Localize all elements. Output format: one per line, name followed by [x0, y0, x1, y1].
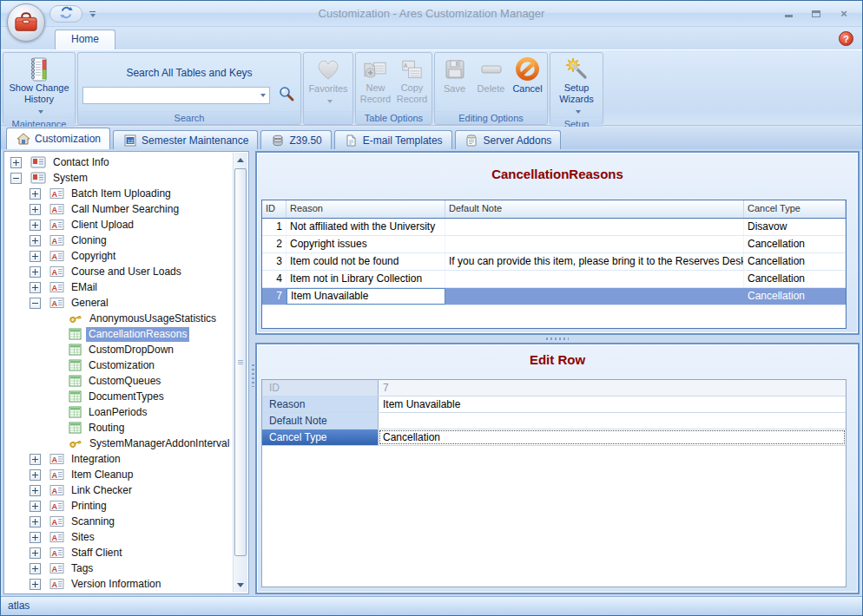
expander-plus-icon[interactable]: [30, 516, 41, 528]
scrollbar-thumb[interactable]: [234, 168, 247, 556]
scroll-down-button[interactable]: [234, 578, 247, 593]
search-go-button[interactable]: [276, 86, 297, 105]
cell-reason[interactable]: Not affiliated with the University: [287, 219, 445, 235]
expander-plus-icon[interactable]: [30, 547, 41, 559]
cell-reason[interactable]: Item not in Library Collection: [287, 271, 445, 287]
maximize-button[interactable]: [805, 6, 827, 21]
tree-item-systemmanageraddoninterval[interactable]: SystemManagerAddonInterval: [5, 436, 233, 451]
tree-item-customization[interactable]: Customization: [5, 357, 233, 373]
column-header-id[interactable]: ID: [262, 200, 287, 218]
cell-reason[interactable]: Item Unavailable: [287, 288, 445, 305]
application-orb-button[interactable]: [7, 3, 45, 42]
minimize-button[interactable]: [777, 6, 800, 21]
cell-reason[interactable]: Item could not be found: [287, 253, 445, 270]
table-row[interactable]: 3Item could not be foundIf you can provi…: [262, 253, 846, 271]
cell-id[interactable]: 2: [262, 236, 287, 252]
tree-item-sites[interactable]: ASites: [5, 529, 233, 545]
cell-default-note[interactable]: [445, 288, 744, 305]
expander-plus-icon[interactable]: [10, 157, 22, 168]
tree-item-version-information[interactable]: AVersion Information: [5, 576, 233, 592]
cell-default-note[interactable]: [445, 219, 744, 235]
tree-item-email[interactable]: AEMail: [5, 279, 233, 295]
expander-plus-icon[interactable]: [30, 454, 41, 465]
setup-wizards-button[interactable]: Setup Wizards: [551, 54, 602, 117]
tab-home[interactable]: Home: [55, 29, 115, 49]
tree-item-loanperiods[interactable]: LoanPeriods: [5, 404, 233, 420]
cell-default-note[interactable]: [445, 236, 744, 252]
customize-quick-access-caret-icon[interactable]: [89, 11, 96, 17]
expander-minus-icon[interactable]: [10, 173, 22, 184]
tree-item-cloning[interactable]: ACloning: [5, 233, 233, 248]
expander-plus-icon[interactable]: [30, 266, 41, 278]
search-dropdown-caret-icon[interactable]: [260, 94, 266, 97]
cell-id[interactable]: 4: [262, 271, 287, 287]
tree-item-user-authentication[interactable]: User Authentication: [5, 592, 233, 593]
horizontal-splitter[interactable]: [255, 335, 860, 343]
expander-plus-icon[interactable]: [30, 282, 41, 293]
tree-item-integration[interactable]: AIntegration: [5, 451, 233, 467]
cell-cancel-type[interactable]: Cancellation: [744, 253, 846, 270]
tree-item-general[interactable]: AGeneral: [5, 295, 233, 311]
cancel-button[interactable]: Cancel: [510, 54, 546, 111]
tree-item-documenttypes[interactable]: DocumentTypes: [5, 389, 233, 404]
expander-plus-icon[interactable]: [30, 469, 41, 481]
tree-item-batch-item-uploading[interactable]: ABatch Item Uploading: [5, 186, 233, 201]
tree-item-call-number-searching[interactable]: ACall Number Searching: [5, 201, 233, 217]
tree-item-client-upload[interactable]: AClient Upload: [5, 217, 233, 233]
table-row[interactable]: 4Item not in Library CollectionCancellat…: [262, 271, 846, 288]
cell-cancel-type[interactable]: Cancellation: [744, 288, 846, 305]
expander-plus-icon[interactable]: [30, 563, 41, 574]
refresh-button[interactable]: [49, 5, 82, 23]
cell-default-note[interactable]: If you can provide this item, please bri…: [445, 253, 744, 270]
field-value-default-note[interactable]: [379, 413, 846, 429]
column-header-reason[interactable]: Reason: [287, 200, 445, 218]
tree-item-contact-info[interactable]: Contact Info: [5, 154, 233, 170]
cell-id[interactable]: 7: [262, 288, 287, 305]
tree-item-course-and-user-loads[interactable]: ACourse and User Loads: [5, 264, 233, 279]
column-header-default-note[interactable]: Default Note: [445, 200, 744, 218]
tree-item-customdropdown[interactable]: CustomDropDown: [5, 342, 233, 357]
tree-item-system[interactable]: System: [5, 170, 233, 186]
tab-e-mail-templates[interactable]: E-mail Templates: [334, 130, 452, 149]
expander-minus-icon[interactable]: [30, 298, 41, 309]
field-value-cancel-type[interactable]: Cancellation: [379, 429, 846, 445]
tree-item-printing[interactable]: APrinting: [5, 498, 233, 514]
expander-plus-icon[interactable]: [30, 235, 41, 246]
tree-scrollbar[interactable]: [233, 153, 247, 593]
tree-item-cancellationreasons[interactable]: CancellationReasons: [5, 326, 233, 342]
close-button[interactable]: ×: [833, 6, 855, 21]
cell-id[interactable]: 3: [262, 253, 287, 270]
table-row[interactable]: 2Copyright issuesCancellation: [262, 236, 846, 253]
cell-id[interactable]: 1: [262, 219, 287, 235]
table-row[interactable]: 7Item UnavailableCancellation: [262, 288, 846, 305]
expander-plus-icon[interactable]: [30, 579, 41, 590]
tab-customization[interactable]: Customization: [6, 128, 110, 149]
search-input[interactable]: [82, 87, 270, 104]
field-value-reason[interactable]: Item Unavailable: [379, 396, 846, 412]
expander-plus-icon[interactable]: [30, 188, 41, 200]
expander-plus-icon[interactable]: [30, 485, 41, 496]
expander-plus-icon[interactable]: [30, 501, 41, 512]
tree-item-scanning[interactable]: AScanning: [5, 514, 233, 529]
expander-plus-icon[interactable]: [30, 220, 41, 231]
show-change-history-button[interactable]: Show Change History: [4, 54, 74, 117]
tree-item-routing[interactable]: Routing: [5, 420, 233, 436]
cell-cancel-type[interactable]: Disavow: [744, 219, 846, 235]
cell-reason[interactable]: Copyright issues: [287, 236, 445, 252]
tree-item-link-checker[interactable]: ALink Checker: [5, 482, 233, 498]
cell-cancel-type[interactable]: Cancellation: [744, 236, 846, 252]
column-header-cancel-type[interactable]: Cancel Type: [744, 200, 846, 218]
expander-plus-icon[interactable]: [30, 251, 41, 262]
cell-cancel-type[interactable]: Cancellation: [744, 271, 846, 287]
tree-item-anonymoususagestatistics[interactable]: AnonymousUsageStatistics: [5, 311, 233, 326]
table-row[interactable]: 1Not affiliated with the UniversityDisav…: [262, 219, 846, 236]
scroll-up-button[interactable]: [234, 153, 247, 167]
expander-plus-icon[interactable]: [30, 204, 41, 215]
cell-default-note[interactable]: [445, 271, 744, 287]
tab-semester-maintenance[interactable]: 12Semester Maintenance: [113, 130, 258, 149]
tree-item-tags[interactable]: ATags: [5, 560, 233, 576]
field-value-id[interactable]: 7: [379, 380, 846, 396]
tree-item-customqueues[interactable]: CustomQueues: [5, 373, 233, 389]
tree-item-staff-client[interactable]: AStaff Client: [5, 545, 233, 560]
tab-z39-50[interactable]: Z39.50: [260, 130, 331, 149]
